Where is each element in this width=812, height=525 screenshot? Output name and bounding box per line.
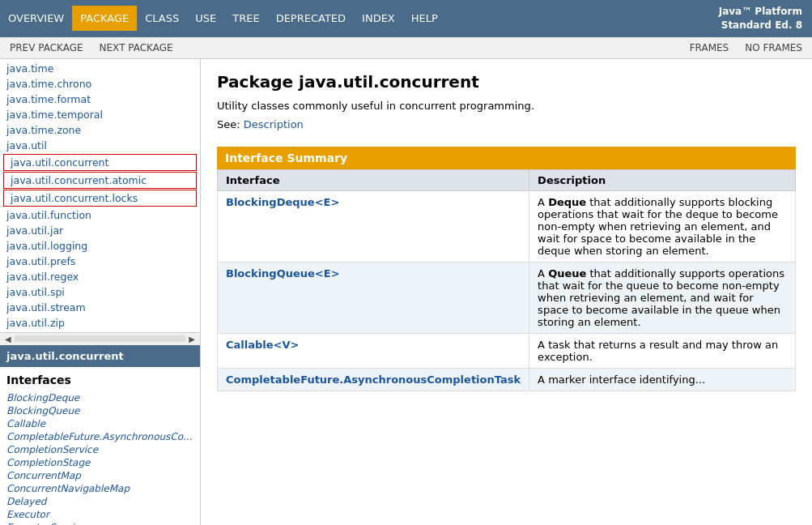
pkg-java-util-concurrent: java.util.concurrent xyxy=(3,154,197,171)
main-layout: java.time java.time.chrono java.time.for… xyxy=(0,59,812,525)
package-description: Utility classes commonly useful in concu… xyxy=(217,100,796,112)
blocking-queue-link[interactable]: BlockingQueue<E> xyxy=(226,267,340,280)
prev-package-link[interactable]: PREV PACKAGE xyxy=(6,41,87,55)
scroll-right-icon[interactable]: ▶ xyxy=(187,335,197,344)
iface-name-cell: Callable<V> xyxy=(218,333,529,368)
nav-tree[interactable]: TREE xyxy=(224,6,267,31)
iface-executor-service: ExecutorService xyxy=(0,521,200,525)
top-navigation: OVERVIEW PACKAGE CLASS USE TREE DEPRECAT… xyxy=(0,0,812,37)
pkg-java-util-stream: java.util.stream xyxy=(0,300,200,315)
main-content: Package java.util.concurrent Utility cla… xyxy=(201,59,812,525)
description-link[interactable]: Description xyxy=(244,118,304,130)
iface-concurrent-navigable-map: ConcurrentNavigableMap xyxy=(0,482,200,495)
iface-name-cell: CompletableFuture.AsynchronousCompletion… xyxy=(218,368,529,391)
nav-help[interactable]: HELP xyxy=(403,6,446,31)
pkg-java-util-concurrent-atomic: java.util.concurrent.atomic xyxy=(3,172,197,189)
table-row: BlockingDeque<E> A Deque that additional… xyxy=(218,190,796,262)
no-frames-link[interactable]: NO FRAMES xyxy=(742,41,806,55)
interface-summary-table: Interface Description BlockingDeque<E> A… xyxy=(217,169,796,391)
see-also: See: Description xyxy=(217,118,796,130)
callable-link[interactable]: Callable<V> xyxy=(226,339,299,351)
frames-link[interactable]: FRAMES xyxy=(687,41,733,55)
iface-name-cell: BlockingQueue<E> xyxy=(218,262,529,333)
iface-name-cell: BlockingDeque<E> xyxy=(218,190,529,262)
next-package-link[interactable]: NEXT PACKAGE xyxy=(96,41,176,55)
completable-future-link[interactable]: CompletableFuture.AsynchronousCompletion… xyxy=(226,373,521,386)
pkg-java-time-format: java.time.format xyxy=(0,92,200,107)
nav-package[interactable]: PACKAGE xyxy=(72,6,137,31)
nav-class[interactable]: CLASS xyxy=(137,6,187,31)
pkg-java-util-logging: java.util.logging xyxy=(0,238,200,254)
interfaces-section-title: Interfaces xyxy=(0,367,200,390)
pkg-java-util-jar: java.util.jar xyxy=(0,223,200,238)
callable-desc: A task that returns a result and may thr… xyxy=(529,333,796,368)
iface-callable: Callable xyxy=(0,417,200,430)
brand: Java™ Platform Standard Ed. 8 xyxy=(709,0,812,37)
nav-use[interactable]: USE xyxy=(187,6,224,31)
scroll-left-icon[interactable]: ◀ xyxy=(3,335,13,344)
pkg-java-util: java.util xyxy=(0,138,200,153)
sub-navigation: PREV PACKAGE NEXT PACKAGE FRAMES NO FRAM… xyxy=(0,37,812,59)
pkg-java-util-spi: java.util.spi xyxy=(0,284,200,300)
pkg-java-time: java.time xyxy=(0,61,200,76)
nav-deprecated[interactable]: DEPRECATED xyxy=(268,6,354,31)
iface-blocking-queue: BlockingQueue xyxy=(0,404,200,417)
table-row: BlockingQueue<E> A Queue that additional… xyxy=(218,262,796,333)
pkg-java-time-chrono: java.time.chrono xyxy=(0,76,200,92)
iface-executor: Executor xyxy=(0,508,200,521)
pkg-java-time-zone: java.time.zone xyxy=(0,122,200,138)
col-interface: Interface xyxy=(218,169,529,190)
pkg-java-util-regex: java.util.regex xyxy=(0,269,200,284)
pkg-java-util-prefs: java.util.prefs xyxy=(0,254,200,269)
pkg-java-util-function: java.util.function xyxy=(0,207,200,223)
pkg-java-util-concurrent-locks: java.util.concurrent.locks xyxy=(3,190,197,207)
col-description: Description xyxy=(529,169,796,190)
interface-summary-header: Interface Summary xyxy=(217,147,796,169)
iface-blocking-deque: BlockingDeque xyxy=(0,391,200,404)
package-list: java.time java.time.chrono java.time.for… xyxy=(0,59,200,332)
iface-delayed: Delayed xyxy=(0,495,200,508)
nav-links: OVERVIEW PACKAGE CLASS USE TREE DEPRECAT… xyxy=(0,0,446,37)
blocking-queue-desc: A Queue that additionally supports opera… xyxy=(529,262,796,333)
nav-index[interactable]: INDEX xyxy=(354,6,403,31)
page-title: Package java.util.concurrent xyxy=(217,72,796,92)
iface-concurrent-map: ConcurrentMap xyxy=(0,469,200,482)
pkg-java-time-temporal: java.time.temporal xyxy=(0,107,200,122)
pkg-java-util-zip: java.util.zip xyxy=(0,315,200,331)
interface-list: BlockingDeque BlockingQueue Callable Com… xyxy=(0,390,200,525)
sidebar: java.time java.time.chrono java.time.for… xyxy=(0,59,201,525)
blocking-deque-link[interactable]: BlockingDeque<E> xyxy=(226,196,339,208)
blocking-deque-desc: A Deque that additionally supports block… xyxy=(529,190,796,262)
table-row: Callable<V> A task that returns a result… xyxy=(218,333,796,368)
iface-completable-future-async: CompletableFuture.AsynchronousCo... xyxy=(0,430,200,443)
table-row: CompletableFuture.AsynchronousCompletion… xyxy=(218,368,796,391)
sidebar-scroll[interactable]: java.time java.time.chrono java.time.for… xyxy=(0,59,200,525)
iface-completion-service: CompletionService xyxy=(0,443,200,456)
iface-completion-stage: CompletionStage xyxy=(0,456,200,469)
current-package-header: java.util.concurrent xyxy=(0,345,200,367)
nav-overview[interactable]: OVERVIEW xyxy=(0,6,72,31)
completable-future-desc: A marker interface identifying... xyxy=(529,368,796,391)
